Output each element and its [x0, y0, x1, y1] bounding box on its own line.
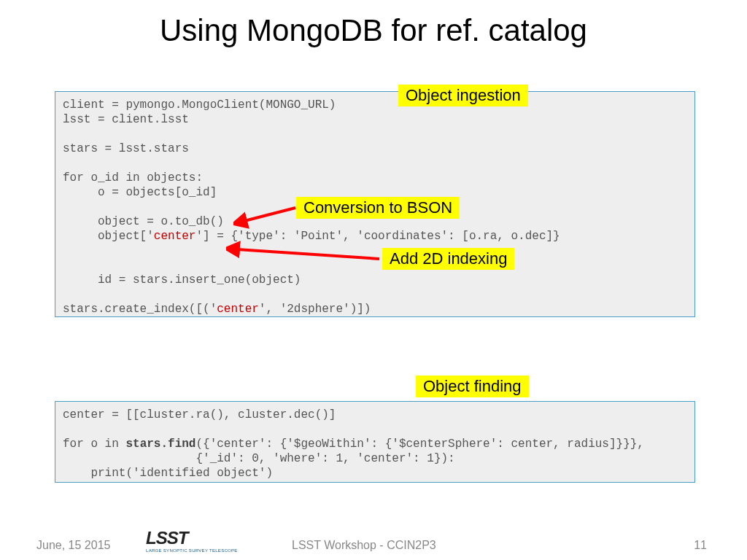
code-line: center = [[cluster.ra(), cluster.dec()]	[63, 408, 336, 421]
code-line: o = objects[o_id]	[63, 186, 217, 199]
code-line: ({'center': {'$geoWithin': {'$centerSphe…	[196, 438, 644, 451]
code-line: stars.create_index([('	[63, 303, 217, 316]
label-conversion-bson: Conversion to BSON	[296, 197, 460, 219]
footer-page-number: 11	[694, 539, 707, 552]
code-line: stars = lsst.stars	[63, 142, 189, 155]
slide-title: Using MongoDB for ref. catalog	[0, 0, 747, 48]
footer-venue: LSST Workshop - CCIN2P3	[292, 539, 436, 552]
label-object-finding: Object finding	[416, 376, 529, 397]
footer-date: June, 15 2015	[36, 539, 110, 552]
label-object-ingestion: Object ingestion	[398, 85, 528, 106]
code-keyword: center	[154, 230, 196, 243]
code-line: object['	[63, 230, 154, 243]
code-line: lsst = client.lsst	[63, 113, 189, 126]
code-keyword: stars.find	[125, 438, 196, 451]
code-line: print('identified object')	[63, 467, 273, 480]
code-line: '] = {'type': 'Point', 'coordinates': [o…	[196, 230, 560, 243]
code-keyword: center	[217, 303, 259, 316]
logo-text: LSST	[146, 528, 238, 548]
code-line: {'_id': 0, 'where': 1, 'center': 1}):	[63, 452, 455, 465]
code-line: for o_id in objects:	[63, 171, 203, 184]
label-2d-indexing: Add 2D indexing	[382, 248, 514, 270]
logo-subtitle: LARGE SYNOPTIC SURVEY TELESCOPE	[146, 548, 238, 553]
code-line: for o in	[63, 438, 125, 451]
code-line: object = o.to_db()	[63, 215, 224, 228]
code-block-finding: center = [[cluster.ra(), cluster.dec()] …	[55, 401, 695, 483]
code-line: ', '2dsphere')])	[259, 303, 371, 316]
code-line: id = stars.insert_one(object)	[63, 273, 301, 287]
code-line: client = pymongo.MongoClient(MONGO_URL)	[63, 98, 336, 112]
lsst-logo: LSST LARGE SYNOPTIC SURVEY TELESCOPE	[146, 528, 238, 553]
